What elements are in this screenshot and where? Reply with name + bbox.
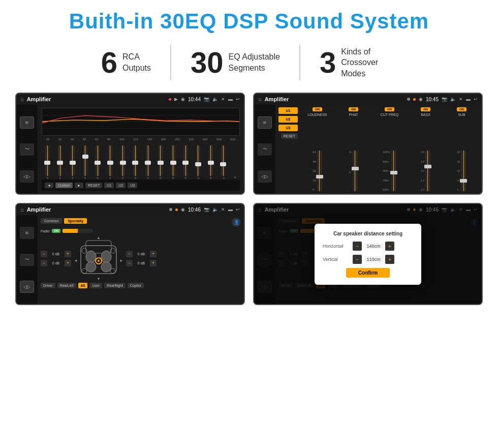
sp-right-controls: − 0 dB + − 0 dB + xyxy=(126,251,157,266)
dialog-title: Car speaker distance setting xyxy=(323,231,413,236)
sp-batt-icon: ▬ xyxy=(228,207,233,212)
sp-vol-rr-minus[interactable]: − xyxy=(126,260,133,266)
eq-sidebar-vol-btn[interactable]: ◁▷ xyxy=(20,170,34,183)
sp-rearleft-btn[interactable]: RearLeft xyxy=(57,283,76,288)
eq-slider-5: 0 xyxy=(108,145,112,180)
cx-channel-sub: ON SUB 20151050 xyxy=(445,107,479,191)
eq-reset-btn[interactable]: RESET xyxy=(85,183,102,188)
svg-point-14 xyxy=(110,268,115,274)
eq-sidebar: ≋ 〜 ◁▷ xyxy=(16,105,38,194)
svg-point-8 xyxy=(101,262,111,272)
eq-main-area: 253240 506380 100125160 200250320 400500… xyxy=(38,105,244,194)
eq-next-btn[interactable]: ► xyxy=(75,183,83,188)
eq-screen-card: ⌂ Amplifier ▶ ◉ 10:44 📷 🔈 ✕ ▬ ↩ ≋ 〜 ◁▷ xyxy=(15,93,245,195)
cx-sub-toggle[interactable]: ON xyxy=(457,107,466,111)
eq-batt-icon: ▬ xyxy=(228,97,233,102)
cx-loudness-slider[interactable] xyxy=(317,151,322,191)
crossover-screen-card: ⌂ Amplifier ◉ 10:45 📷 🔈 ✕ ▬ ↩ ≋ 〜 ◁▷ xyxy=(253,93,483,195)
cx-back-icon: ↩ xyxy=(474,97,478,102)
eq-u1-btn[interactable]: U1 xyxy=(104,183,114,188)
sp-car-diagram: ▲ ▼ ◄ ► xyxy=(73,235,124,281)
cx-preset-u3[interactable]: U3 xyxy=(278,125,298,131)
eq-location-icon: ◉ xyxy=(181,97,185,102)
page-title: Buith-in 30EQ DSP Sound System xyxy=(15,9,483,34)
sp-vol-fr: − 0 dB + xyxy=(126,251,157,257)
eq-cam-icon: 📷 xyxy=(204,97,209,102)
eq-status-dot xyxy=(169,98,171,101)
sp-driver-btn[interactable]: Driver xyxy=(41,283,55,288)
eq-sidebar-wave-btn[interactable]: 〜 xyxy=(20,143,34,156)
sp-left-controls: − 0 dB + − 0 dB + xyxy=(41,251,71,266)
sp-cam-icon: 📷 xyxy=(204,207,209,212)
eq-slider-2: 0 xyxy=(71,145,75,180)
sp-vol-fl-plus[interactable]: + xyxy=(65,251,71,257)
eq-sidebar-eq-btn[interactable]: ≋ xyxy=(20,116,34,129)
eq-u2-btn[interactable]: U2 xyxy=(116,183,126,188)
dialog-horizontal-plus[interactable]: + xyxy=(385,242,394,251)
cx-presets: U1 U2 U3 RESET xyxy=(278,107,298,191)
sp-sidebar-vol-btn[interactable]: ◁▷ xyxy=(20,281,34,293)
sp-copilot-btn[interactable]: Copilot xyxy=(128,283,144,288)
dialog-horizontal-stepper: − 140cm + xyxy=(353,242,394,251)
sp-vol-fr-plus[interactable]: + xyxy=(150,251,157,257)
dialog-overlay: Car speaker distance setting Horizontal … xyxy=(254,204,482,304)
eq-slider-11: 0 xyxy=(183,145,188,180)
sp-vol-fr-minus[interactable]: − xyxy=(126,251,133,257)
cx-bass-slider[interactable] xyxy=(425,151,430,191)
sp-vol-rr-plus[interactable]: + xyxy=(150,260,157,266)
sp-vol-rl-minus[interactable]: − xyxy=(41,260,47,266)
sp-tab-specialty[interactable]: Specialty xyxy=(64,218,87,224)
sp-vol-rl-plus[interactable]: + xyxy=(65,260,71,266)
stat-crossover-label: Kinds of Crossover Modes xyxy=(341,46,397,79)
sp-sidebar-eq-btn[interactable]: ≋ xyxy=(20,227,34,239)
eq-custom-btn[interactable]: Custom xyxy=(55,183,73,188)
sp-fader-toggle[interactable]: ON xyxy=(52,229,60,233)
cx-sidebar-vol-btn[interactable]: ◁▷ xyxy=(258,170,272,183)
sp-fader-slider[interactable] xyxy=(63,229,93,233)
eq-back-icon: ↩ xyxy=(236,97,240,102)
sp-tab-common[interactable]: Common xyxy=(41,218,62,224)
sp-all-btn[interactable]: All xyxy=(78,283,88,288)
cx-sub-slider[interactable] xyxy=(461,151,466,191)
cx-cutfreq-toggle[interactable]: ON xyxy=(385,107,394,111)
sp-sidebar-wave-btn[interactable]: 〜 xyxy=(20,254,34,266)
sp-user-btn[interactable]: User xyxy=(89,283,102,288)
dialog-horizontal-minus[interactable]: − xyxy=(353,242,362,251)
eq-prev-btn[interactable]: ◄ xyxy=(45,183,53,188)
cx-batt-icon: ▬ xyxy=(466,97,471,102)
cx-reset-btn[interactable]: RESET xyxy=(281,133,298,139)
cx-preset-u2[interactable]: U2 xyxy=(278,116,298,123)
sp-profile-icon[interactable]: 👤 xyxy=(232,218,241,227)
cx-phat-toggle[interactable]: ON xyxy=(349,107,358,111)
home-icon: ⌂ xyxy=(20,96,24,102)
cx-preset-u1[interactable]: U1 xyxy=(278,107,298,114)
eq-controls-bar: ◄ Custom ► RESET U1 U2 U3 xyxy=(42,180,240,191)
stat-rca-label: RCA Outputs xyxy=(122,51,151,73)
eq-slider-10: 0 xyxy=(171,145,175,180)
cx-bass-toggle[interactable]: ON xyxy=(421,107,430,111)
sp-tabs: Common Specialty xyxy=(41,218,87,224)
sp-rearright-btn[interactable]: RearRight xyxy=(104,283,126,288)
dialog-vertical-val: 110cm xyxy=(363,256,384,262)
sp-status-bar: ⌂ Amplifier ◉ 10:46 📷 🔈 ✕ ▬ ↩ xyxy=(16,204,244,215)
dialog-confirm-button[interactable]: Confirm xyxy=(346,268,390,278)
cx-channel-phat: ON PHAT GF xyxy=(336,107,370,191)
dialog-vertical-minus[interactable]: − xyxy=(353,255,362,264)
stat-rca-number: 6 xyxy=(101,48,117,77)
dialog-box: Car speaker distance setting Horizontal … xyxy=(315,224,421,285)
svg-point-10 xyxy=(98,260,100,262)
page-wrapper: Buith-in 30EQ DSP Sound System 6 RCA Out… xyxy=(0,0,498,448)
cx-sidebar-eq-btn[interactable]: ≋ xyxy=(258,116,272,129)
dialog-vertical-plus[interactable]: + xyxy=(385,255,394,264)
cx-status-time: 10:45 xyxy=(426,97,439,102)
svg-point-6 xyxy=(101,251,111,263)
eq-u3-btn[interactable]: U3 xyxy=(128,183,137,188)
sp-home-icon: ⌂ xyxy=(20,206,24,213)
sp-vol-fl-minus[interactable]: − xyxy=(41,251,47,257)
cx-loudness-toggle[interactable]: ON xyxy=(313,107,322,111)
cx-cutfreq-slider[interactable] xyxy=(391,151,396,191)
cx-phat-slider[interactable] xyxy=(353,151,358,191)
eq-curve-svg xyxy=(42,108,239,135)
cx-sidebar-wave-btn[interactable]: 〜 xyxy=(258,143,272,156)
cx-home-icon: ⌂ xyxy=(258,96,262,102)
